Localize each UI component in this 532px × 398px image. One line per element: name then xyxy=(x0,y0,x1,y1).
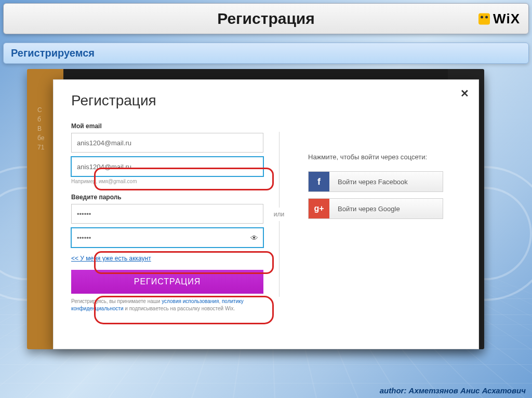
social-column: Нажмите, чтобы войти через соцсети: f Во… xyxy=(295,116,461,312)
screenshot-stage: С б В бе 71 ✕ Регистрация Мой email Напр… xyxy=(27,69,505,360)
email-hint: Например, имя@gmail.com xyxy=(71,179,263,184)
login-google-button[interactable]: g+ Войти через Google xyxy=(308,198,443,219)
divider-column: или xyxy=(263,116,295,312)
google-button-label: Войти через Google xyxy=(329,205,443,213)
terms-suffix: и подписываетесь на рассылку новостей Wi… xyxy=(123,306,235,311)
facebook-icon: f xyxy=(309,172,329,191)
wix-logo-icon xyxy=(478,13,490,24)
social-login-label: Нажмите, чтобы войти через соцсети: xyxy=(308,153,461,162)
close-button[interactable]: ✕ xyxy=(460,87,469,100)
google-plus-icon: g+ xyxy=(309,199,329,218)
registration-modal: ✕ Регистрация Мой email Например, имя@gm… xyxy=(53,79,479,349)
password-field[interactable] xyxy=(71,204,263,224)
terms-text: Регистрируясь, вы принимаете наши услови… xyxy=(71,298,263,312)
terms-prefix: Регистрируясь, вы принимаете наши xyxy=(71,298,162,304)
facebook-button-label: Войти через Facebook xyxy=(329,178,443,186)
slide-subtitle-bar: Регистрируемся xyxy=(3,43,529,64)
login-facebook-button[interactable]: f Войти через Facebook xyxy=(308,171,443,192)
slide-title-bar: Регистрация WiX xyxy=(3,3,529,34)
already-have-account-link[interactable]: << У меня уже есть аккаунт xyxy=(71,255,151,262)
terms-of-use-link[interactable]: условия использования xyxy=(162,298,219,304)
show-password-icon[interactable]: 👁 xyxy=(250,234,258,242)
email-field[interactable] xyxy=(71,133,263,153)
modal-title: Регистрация xyxy=(71,92,461,109)
password-confirm-field[interactable] xyxy=(71,228,263,248)
wix-logo: WiX xyxy=(478,11,520,27)
wix-logo-text: WiX xyxy=(493,11,520,27)
password-label: Введите пароль xyxy=(71,194,263,201)
register-button[interactable]: РЕГИСТРАЦИЯ xyxy=(71,270,263,294)
form-column: Мой email Например, имя@gmail.com Введит… xyxy=(71,116,263,312)
author-credit: author: Ахметзянов Анис Асхатович xyxy=(380,386,526,395)
or-separator: или xyxy=(274,208,284,221)
email-confirm-field[interactable] xyxy=(71,157,263,176)
slide-title: Регистрация xyxy=(217,10,315,28)
slide-subtitle: Регистрируемся xyxy=(11,47,95,59)
email-label: Мой email xyxy=(71,122,263,130)
